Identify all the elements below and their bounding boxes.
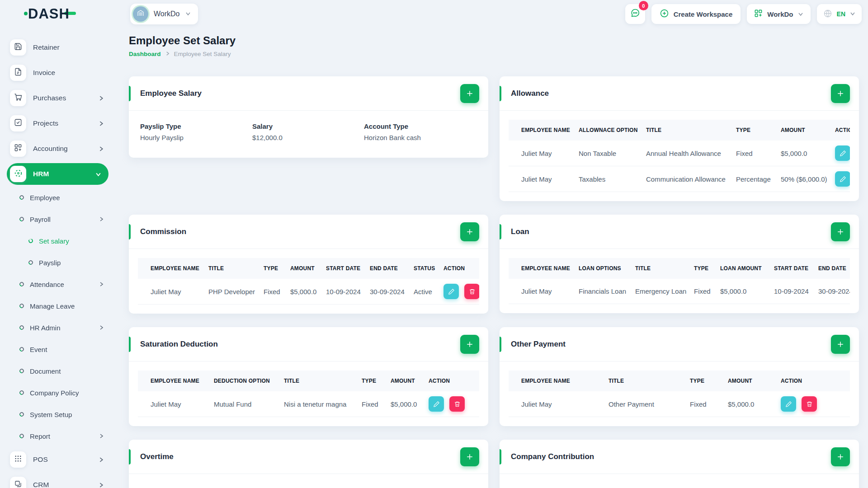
table-row: Juliet May Taxables Communication Allowa… bbox=[509, 166, 850, 192]
cart-icon bbox=[14, 93, 22, 103]
add-saturation-deduction-button[interactable] bbox=[460, 335, 479, 354]
sidebar-item-hrm[interactable]: HRM bbox=[7, 163, 108, 185]
loan-card: Loan EMPLOYEE NAME LOAN OPTIONS TITLE TY… bbox=[500, 215, 859, 313]
add-loan-button[interactable] bbox=[831, 222, 850, 241]
field-label: Salary bbox=[252, 122, 364, 130]
chevron-right-icon bbox=[99, 325, 104, 330]
bullet-icon bbox=[19, 411, 25, 418]
chevron-down-icon bbox=[95, 171, 101, 177]
logo-dot bbox=[24, 12, 28, 15]
add-company-contribution-button[interactable] bbox=[831, 447, 850, 466]
sidebar-item-system-setup[interactable]: System Setup bbox=[0, 404, 118, 425]
globe-icon bbox=[823, 9, 832, 19]
messages-button[interactable]: 0 bbox=[625, 4, 645, 24]
sidebar-item-company-policy[interactable]: Company Policy bbox=[0, 382, 118, 404]
allowance-card: Allowance EMPLOYEE NAME ALLOWNACE OPTION… bbox=[500, 76, 859, 201]
sidebar-item-report[interactable]: Report bbox=[0, 425, 118, 447]
crm-icon bbox=[14, 480, 22, 488]
bullet-icon bbox=[19, 216, 25, 222]
other-payment-table: EMPLOYEE NAME TITLE TYPE AMOUNT ACTION J… bbox=[509, 371, 850, 417]
sidebar-menu: Retainer Invoice Purchases Projects bbox=[0, 28, 118, 488]
app-switcher-button[interactable]: WorkDo bbox=[747, 4, 810, 24]
other-payment-card: Other Payment EMPLOYEE NAME TITLE TYPE A… bbox=[500, 327, 859, 426]
delete-button[interactable] bbox=[802, 396, 817, 412]
topbar: WorkDo 0 Create Workspace WorkDo bbox=[118, 0, 868, 28]
create-workspace-button[interactable]: Create Workspace bbox=[651, 4, 741, 24]
sidebar-item-projects[interactable]: Projects bbox=[0, 111, 118, 136]
field-label: Account Type bbox=[364, 122, 477, 130]
add-commission-button[interactable] bbox=[460, 222, 479, 241]
delete-button[interactable] bbox=[449, 396, 465, 412]
sidebar-item-label: Projects bbox=[33, 119, 58, 127]
invoice-icon bbox=[14, 68, 22, 78]
page-title: Employee Set Salary bbox=[129, 34, 857, 47]
sidebar: DASH Retainer Invoice Purchases bbox=[0, 0, 118, 488]
edit-button[interactable] bbox=[781, 396, 796, 412]
edit-button[interactable] bbox=[429, 396, 444, 412]
sidebar-item-hr-admin[interactable]: HR Admin bbox=[0, 317, 118, 338]
sidebar-item-payroll[interactable]: Payroll bbox=[0, 208, 118, 230]
card-title: Company Contribution bbox=[511, 452, 594, 461]
sidebar-item-crm[interactable]: CRM bbox=[0, 472, 118, 488]
sidebar-item-attendance[interactable]: Attendance bbox=[0, 273, 118, 295]
sidebar-item-set-salary[interactable]: Set salary bbox=[0, 230, 118, 252]
bullet-icon bbox=[19, 194, 25, 201]
add-overtime-button[interactable] bbox=[460, 447, 479, 466]
add-other-payment-button[interactable] bbox=[831, 335, 850, 354]
sidebar-item-label: POS bbox=[33, 455, 48, 464]
workspace-avatar bbox=[133, 6, 148, 22]
edit-button[interactable] bbox=[443, 284, 459, 299]
grid-plus-icon bbox=[754, 9, 763, 19]
check-square-icon bbox=[14, 118, 22, 128]
sidebar-item-event[interactable]: Event bbox=[0, 338, 118, 360]
chevron-down-icon bbox=[798, 10, 803, 18]
sidebar-item-accounting[interactable]: Accounting bbox=[0, 136, 118, 161]
chevron-right-icon bbox=[98, 457, 104, 463]
bullet-icon bbox=[28, 238, 34, 244]
pos-grid-icon bbox=[14, 455, 22, 465]
sidebar-item-retainer[interactable]: Retainer bbox=[0, 35, 118, 60]
app-logo[interactable]: DASH bbox=[0, 0, 118, 28]
chevron-down-icon bbox=[185, 10, 191, 18]
field-value: Hourly Payslip bbox=[140, 134, 252, 141]
sidebar-item-invoice[interactable]: Invoice bbox=[0, 60, 118, 85]
sidebar-item-document[interactable]: Document bbox=[0, 360, 118, 382]
bullet-icon bbox=[19, 389, 25, 396]
bullet-icon bbox=[19, 303, 25, 309]
workspace-name: WorkDo bbox=[154, 10, 180, 18]
building-icon bbox=[137, 9, 145, 19]
delete-button[interactable] bbox=[464, 284, 479, 299]
bullet-icon bbox=[28, 259, 34, 266]
loan-table: EMPLOYEE NAME LOAN OPTIONS TITLE TYPE LO… bbox=[509, 258, 850, 304]
add-employee-salary-button[interactable] bbox=[460, 84, 479, 103]
logo-wordmark: DASH bbox=[28, 6, 70, 22]
topbar-actions: 0 Create Workspace WorkDo EN bbox=[625, 4, 862, 24]
edit-button[interactable] bbox=[835, 171, 850, 187]
sidebar-item-pos[interactable]: POS bbox=[0, 447, 118, 472]
sidebar-item-payslip[interactable]: Payslip bbox=[0, 252, 118, 273]
bullet-icon bbox=[19, 346, 25, 352]
sidebar-item-manage-leave[interactable]: Manage Leave bbox=[0, 295, 118, 317]
sidebar-item-employee[interactable]: Employee bbox=[0, 187, 118, 208]
edit-button[interactable] bbox=[835, 145, 850, 161]
hrm-icon bbox=[14, 169, 23, 179]
language-selector[interactable]: EN bbox=[817, 4, 862, 24]
chevron-right-icon bbox=[165, 51, 170, 57]
main-content: Employee Set Salary Dashboard Employee S… bbox=[129, 34, 868, 488]
employee-salary-card: Employee Salary Payslip Type Hourly Pays… bbox=[129, 76, 488, 158]
card-title: Other Payment bbox=[511, 340, 566, 349]
table-row: Juliet May Mutual Fund Nisi a tenetur ma… bbox=[138, 391, 479, 417]
chevron-right-icon bbox=[98, 482, 104, 488]
sidebar-item-purchases[interactable]: Purchases bbox=[0, 85, 118, 111]
saturation-deduction-card: Saturation Deduction EMPLOYEE NAME DEDUC… bbox=[129, 327, 488, 426]
breadcrumb-current: Employee Set Salary bbox=[174, 51, 231, 57]
card-title: Allowance bbox=[511, 89, 549, 98]
card-title: Overtime bbox=[140, 452, 174, 461]
breadcrumb-dashboard-link[interactable]: Dashboard bbox=[129, 51, 161, 57]
add-allowance-button[interactable] bbox=[831, 84, 850, 103]
workspace-selector[interactable]: WorkDo bbox=[130, 4, 198, 24]
card-title: Saturation Deduction bbox=[140, 340, 218, 349]
field-value: $12,000.0 bbox=[252, 134, 364, 141]
chevron-down-icon bbox=[850, 10, 855, 18]
table-row: Juliet May PHP Developer Fixed $5,000.0 … bbox=[138, 279, 479, 305]
